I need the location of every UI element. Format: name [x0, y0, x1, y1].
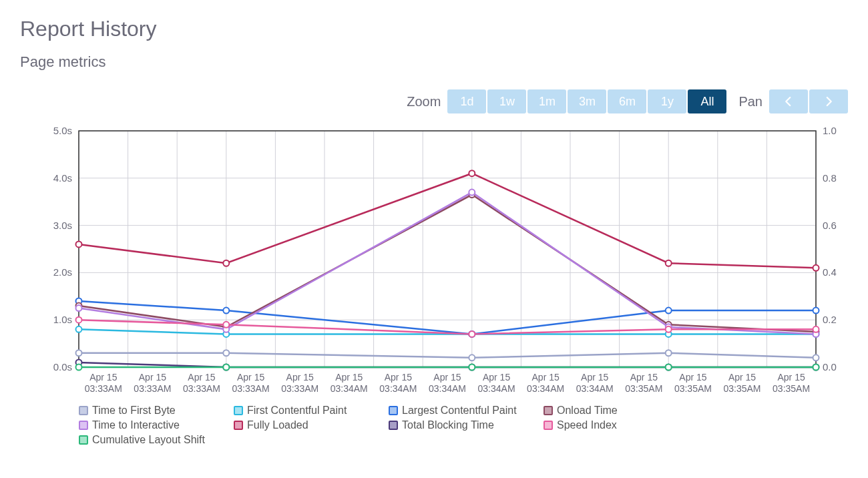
legend-item[interactable]: Speed Index	[544, 419, 698, 431]
legend-swatch	[544, 406, 553, 415]
svg-point-46	[223, 308, 229, 314]
line-chart[interactable]: 0.0s1.0s2.0s3.0s4.0s5.0s0.00.20.40.60.81…	[20, 122, 848, 401]
chart-controls: Zoom 1d1w1m3m6m1yAll Pan	[20, 89, 848, 113]
pan-right-button[interactable]	[809, 89, 848, 113]
page-title: Report History	[20, 17, 848, 41]
legend-item[interactable]: First Contentful Paint	[234, 405, 389, 417]
svg-text:3.0s: 3.0s	[53, 220, 72, 231]
x-tick-label: Apr 1503:33AM	[128, 372, 178, 395]
legend-swatch	[79, 421, 88, 430]
legend-item[interactable]: Time to Interactive	[79, 419, 234, 431]
svg-text:0.2: 0.2	[823, 314, 837, 325]
svg-text:1.0: 1.0	[823, 125, 837, 136]
svg-text:2.0s: 2.0s	[53, 266, 72, 278]
legend-item[interactable]: Total Blocking Time	[389, 419, 544, 431]
svg-point-73	[666, 326, 672, 332]
svg-point-75	[76, 365, 82, 371]
svg-text:0.4: 0.4	[823, 266, 837, 278]
chevron-left-icon	[783, 95, 795, 107]
pan-left-button[interactable]	[769, 89, 808, 113]
svg-point-37	[469, 354, 475, 361]
legend-label: Speed Index	[557, 419, 617, 431]
legend-item[interactable]: Cumulative Layout Shift	[79, 434, 234, 446]
legend-item[interactable]: Onload Time	[544, 405, 698, 417]
zoom-option-1w[interactable]: 1w	[487, 89, 526, 113]
zoom-option-1d[interactable]: 1d	[447, 89, 486, 113]
zoom-options: 1d1w1m3m6m1yAll	[447, 89, 726, 113]
svg-point-40	[76, 326, 82, 332]
page-subtitle: Page metrics	[20, 53, 848, 71]
legend-label: Total Blocking Time	[402, 419, 494, 431]
svg-text:0.8: 0.8	[823, 172, 837, 184]
legend-label: Time to Interactive	[92, 419, 180, 431]
svg-point-49	[813, 308, 819, 314]
legend-swatch	[79, 406, 88, 415]
x-tick-label: Apr 1503:34AM	[374, 372, 423, 395]
legend-swatch	[389, 421, 398, 430]
svg-point-48	[666, 308, 672, 314]
legend-swatch	[389, 406, 398, 415]
zoom-option-1y[interactable]: 1y	[648, 89, 686, 113]
legend-swatch	[234, 406, 243, 415]
x-tick-label: Apr 1503:34AM	[570, 372, 620, 395]
svg-point-76	[223, 365, 229, 371]
zoom-option-1m[interactable]: 1m	[527, 89, 566, 113]
svg-point-74	[813, 326, 819, 332]
svg-point-61	[223, 260, 229, 266]
x-tick-label: Apr 1503:33AM	[177, 372, 226, 395]
zoom-option-6m[interactable]: 6m	[608, 89, 646, 113]
x-tick-label: Apr 1503:33AM	[226, 372, 276, 395]
x-tick-label: Apr 1503:33AM	[275, 372, 324, 395]
svg-text:1.0s: 1.0s	[53, 314, 72, 325]
svg-point-55	[76, 305, 82, 311]
svg-point-60	[76, 241, 82, 247]
x-tick-label: Apr 1503:34AM	[472, 372, 521, 395]
pan-label: Pan	[738, 94, 763, 109]
zoom-option-3m[interactable]: 3m	[568, 89, 606, 113]
legend-item[interactable]: Time to First Byte	[79, 405, 234, 417]
x-axis-labels: Apr 1503:33AMApr 1503:33AMApr 1503:33AMA…	[79, 372, 816, 395]
svg-point-39	[813, 354, 819, 361]
zoom-label: Zoom	[407, 94, 441, 109]
svg-point-57	[469, 190, 475, 196]
legend-swatch	[79, 435, 88, 445]
legend-swatch	[234, 421, 243, 430]
svg-point-38	[666, 350, 672, 356]
svg-point-62	[469, 170, 475, 176]
svg-point-35	[76, 350, 82, 356]
svg-point-77	[469, 365, 475, 371]
svg-point-70	[76, 317, 82, 323]
x-tick-label: Apr 1503:34AM	[521, 372, 570, 395]
x-tick-label: Apr 1503:35AM	[620, 372, 669, 395]
x-tick-label: Apr 1503:34AM	[423, 372, 472, 395]
x-tick-label: Apr 1503:35AM	[668, 372, 718, 395]
legend-label: Fully Loaded	[247, 419, 308, 431]
svg-point-36	[223, 350, 229, 356]
legend-item[interactable]: Fully Loaded	[234, 419, 389, 431]
pan-buttons	[769, 89, 848, 113]
pan-group: Pan	[738, 89, 848, 113]
legend-label: Time to First Byte	[92, 405, 176, 417]
svg-point-72	[469, 331, 475, 337]
zoom-option-all[interactable]: All	[688, 89, 726, 113]
svg-text:4.0s: 4.0s	[53, 172, 72, 184]
chart-legend: Time to First ByteFirst Contentful Paint…	[20, 401, 848, 449]
svg-point-71	[223, 322, 229, 328]
svg-point-64	[813, 265, 819, 271]
legend-item[interactable]: Largest Contentful Paint	[389, 405, 544, 417]
x-tick-label: Apr 1503:34AM	[324, 372, 374, 395]
svg-text:0.0: 0.0	[823, 361, 837, 373]
svg-text:5.0s: 5.0s	[53, 125, 72, 136]
chart-container: 0.0s1.0s2.0s3.0s4.0s5.0s0.00.20.40.60.81…	[20, 122, 848, 401]
legend-swatch	[544, 421, 553, 430]
svg-point-78	[666, 365, 672, 371]
svg-point-79	[813, 365, 819, 371]
zoom-group: Zoom 1d1w1m3m6m1yAll	[407, 89, 726, 113]
legend-label: Onload Time	[557, 405, 618, 417]
legend-label: First Contentful Paint	[247, 405, 347, 417]
x-tick-label: Apr 1503:33AM	[79, 372, 128, 395]
svg-point-63	[666, 260, 672, 266]
legend-label: Largest Contentful Paint	[402, 405, 517, 417]
x-tick-label: Apr 1503:35AM	[718, 372, 767, 395]
chevron-right-icon	[823, 95, 835, 107]
